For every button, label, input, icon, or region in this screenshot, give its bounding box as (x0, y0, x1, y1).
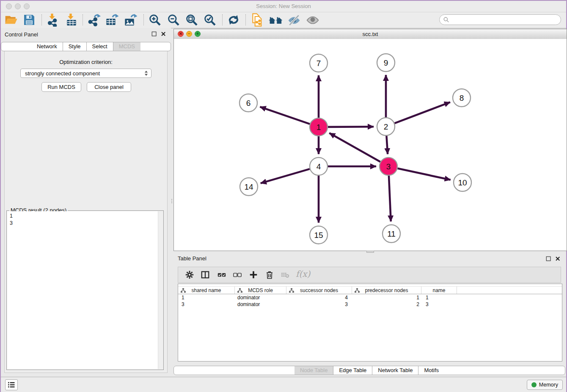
network-canvas[interactable]: 7968124314101511 (174, 39, 567, 251)
table-panel: Table Panel (173, 253, 565, 377)
export-network-icon[interactable] (87, 13, 101, 27)
column-header-predecessor-nodes[interactable]: predecessor nodes (352, 287, 421, 294)
home-icon[interactable] (268, 13, 284, 27)
graph-edge-1-6[interactable] (260, 107, 310, 124)
graph-node-label: 15 (314, 231, 323, 240)
column-header-shared-name[interactable]: shared name (178, 287, 235, 294)
tab-motifs[interactable]: Motifs (418, 366, 444, 375)
table-cell[interactable]: 4 (286, 295, 352, 301)
show-panel-eye-icon[interactable] (306, 13, 319, 27)
mcds-result-text[interactable]: 1 3 (7, 211, 163, 369)
float-panel-icon[interactable] (151, 31, 157, 37)
table-cell[interactable]: 3 (178, 301, 235, 307)
graph-node-15[interactable]: 15 (310, 226, 328, 244)
graph-node-8[interactable]: 8 (453, 89, 471, 107)
network-window-titlebar[interactable]: ✕ − + scc.txt (174, 29, 567, 39)
tab-node-table[interactable]: Node Table (295, 366, 334, 375)
graph-node-label: 7 (317, 59, 321, 68)
tab-network[interactable]: Network (31, 42, 63, 51)
close-table-panel-icon[interactable] (555, 256, 561, 262)
add-column-icon[interactable] (249, 270, 258, 279)
save-session-icon[interactable] (22, 13, 36, 27)
graph-node-6[interactable]: 6 (239, 94, 257, 112)
open-session-icon[interactable] (4, 13, 18, 27)
tab-style[interactable]: Style (63, 42, 87, 51)
delete-column-icon[interactable] (265, 270, 274, 279)
graph-node-label: 6 (246, 99, 251, 108)
tab-select[interactable]: Select (87, 42, 113, 51)
search-input[interactable] (451, 16, 557, 23)
zoom-in-icon[interactable] (148, 13, 162, 27)
graph-node-3[interactable]: 3 (380, 157, 397, 175)
deselect-all-rows-icon[interactable] (233, 270, 242, 279)
memory-button[interactable]: Memory (527, 380, 563, 390)
title-bar: Session: New Session (1, 1, 566, 12)
graph-edge-1-2[interactable] (328, 127, 374, 127)
table-cell[interactable]: 3 (421, 301, 457, 307)
criterion-select[interactable]: strongly connected component (20, 69, 151, 78)
mcds-panel: Optimization criterion: strongly connect… (4, 46, 168, 373)
zoom-fit-icon[interactable] (185, 13, 198, 27)
network-graph[interactable]: 7968124314101511 (174, 39, 567, 251)
table-row-2[interactable]: 3dominator323 (178, 301, 562, 308)
close-panel-button[interactable]: Close panel (87, 82, 131, 92)
hide-panel-icon[interactable] (287, 13, 301, 27)
column-header-name[interactable]: name (421, 287, 457, 294)
run-mcds-button[interactable]: Run MCDS (41, 82, 81, 92)
graph-edge-4-14[interactable] (261, 169, 310, 183)
graph-node-7[interactable]: 7 (310, 54, 328, 72)
table-cell[interactable]: 1 (178, 295, 235, 301)
table-cell[interactable]: 3 (286, 301, 352, 307)
toolbar-separator (143, 14, 144, 25)
select-all-rows-icon[interactable] (217, 270, 226, 279)
table-cell[interactable]: dominator (235, 301, 286, 307)
memory-status-icon (531, 382, 537, 387)
panel-splitter-handle[interactable] (171, 198, 173, 204)
main-toolbar (1, 12, 566, 28)
node-table[interactable]: shared nameMCDS rolesuccessor nodesprede… (178, 284, 562, 362)
tab-network-table[interactable]: Network Table (372, 366, 418, 375)
apply-layout-icon[interactable] (227, 13, 240, 27)
zoom-selected-icon[interactable] (203, 13, 217, 27)
table-cell[interactable]: 1 (352, 295, 421, 301)
graph-node-2[interactable]: 2 (377, 118, 395, 135)
task-history-button[interactable] (5, 379, 18, 390)
graph-edge-2-8[interactable] (395, 102, 450, 123)
close-panel-icon[interactable] (160, 31, 167, 37)
import-network-icon[interactable] (46, 13, 60, 27)
graph-node-10[interactable]: 10 (454, 174, 471, 191)
table-cell[interactable]: dominator (235, 295, 286, 301)
tree-hierarchy-icon (181, 288, 186, 293)
zoom-out-icon[interactable] (167, 13, 180, 27)
float-table-panel-icon[interactable] (545, 256, 552, 262)
graph-node-1[interactable]: 1 (310, 118, 328, 136)
graph-node-14[interactable]: 14 (240, 178, 258, 196)
status-bar: Memory (1, 377, 566, 392)
graph-node-9[interactable]: 9 (377, 54, 395, 72)
tab-edge-table[interactable]: Edge Table (333, 366, 372, 375)
show-columns-icon[interactable] (201, 270, 210, 279)
graph-edge-2-3[interactable] (386, 136, 388, 154)
graph-edge-3-1[interactable] (329, 133, 380, 162)
graph-edge-3-10[interactable] (397, 168, 450, 180)
tab-mcds[interactable]: MCDS (113, 42, 140, 51)
import-table-icon[interactable] (65, 13, 78, 27)
graph-node-4[interactable]: 4 (310, 157, 328, 175)
export-table-icon[interactable] (105, 13, 118, 27)
graph-edge-3-11[interactable] (389, 176, 391, 221)
table-row-1[interactable]: 1dominator411 (178, 294, 562, 301)
table-body: 1dominator4113dominator323 (178, 294, 562, 308)
graph-node-label: 3 (386, 162, 391, 171)
column-header-successor-nodes[interactable]: successor nodes (286, 287, 352, 294)
table-settings-gear-icon[interactable] (185, 270, 194, 279)
result-scrollbar[interactable] (158, 211, 163, 369)
export-image-icon[interactable] (124, 13, 137, 27)
graph-node-11[interactable]: 11 (383, 225, 400, 243)
column-header-MCDS-role[interactable]: MCDS role (235, 287, 286, 294)
graph-node-label: 10 (458, 178, 467, 187)
open-network-file-icon[interactable] (250, 13, 264, 27)
table-cell[interactable]: 1 (421, 295, 457, 301)
table-cell[interactable]: 2 (352, 301, 421, 307)
select-stepper-icon (144, 70, 149, 77)
search-box[interactable] (439, 14, 561, 25)
